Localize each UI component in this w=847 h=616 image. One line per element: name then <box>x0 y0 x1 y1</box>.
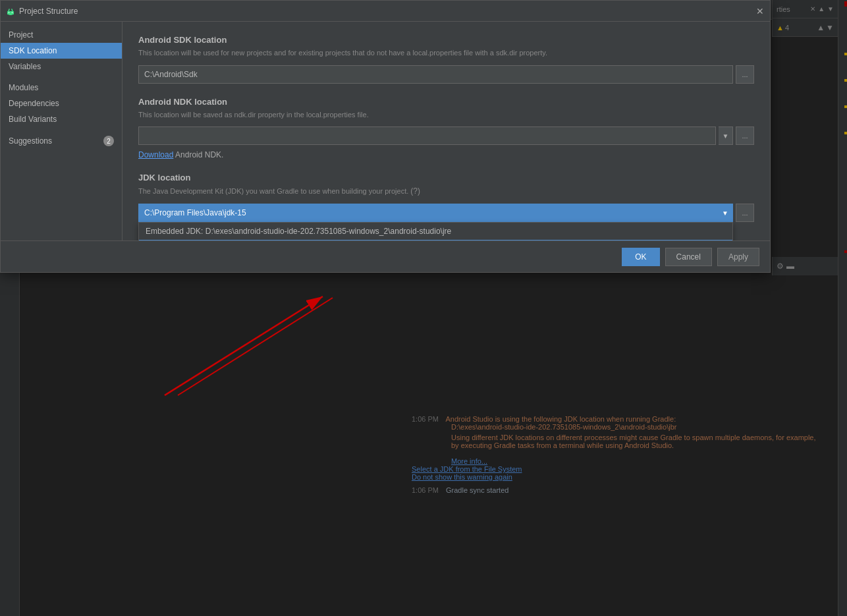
project-structure-dialog: Project Structure ✕ Project SDK Location… <box>0 0 771 273</box>
jdk-input-row: ▼ Embedded JDK: D:\exes\android-studio-i… <box>138 204 754 222</box>
help-icon[interactable]: (?) <box>410 186 420 196</box>
android-ndk-input[interactable] <box>138 126 716 145</box>
svg-point-2 <box>9 12 10 13</box>
android-ndk-input-row: ▼ ... <box>138 126 754 145</box>
android-ndk-browse-btn[interactable]: ... <box>736 126 754 145</box>
jdk-option-embedded[interactable]: Embedded JDK: D:\exes\android-studio-ide… <box>139 223 732 240</box>
android-ndk-section: Android NDK location This location will … <box>138 97 754 160</box>
android-sdk-title: Android SDK location <box>138 35 754 45</box>
android-sdk-section: Android SDK location This location will … <box>138 35 754 84</box>
sidebar-item-sdk-location[interactable]: SDK Location <box>1 43 122 59</box>
svg-line-4 <box>9 9 9 11</box>
jdk-desc: The Java Development Kit (JDK) you want … <box>138 185 754 197</box>
android-sdk-desc: This location will be used for new proje… <box>138 47 754 59</box>
dialog-footer: OK Cancel Apply <box>1 240 770 272</box>
jdk-dropdown-popup: Embedded JDK: D:\exes\android-studio-ide… <box>138 222 733 240</box>
sidebar-item-variables[interactable]: Variables <box>1 59 122 74</box>
jdk-title-row: JDK location <box>138 173 754 185</box>
android-sdk-input-row: ... <box>138 65 754 84</box>
apply-button[interactable]: Apply <box>717 248 759 266</box>
jdk-browse-btn[interactable]: ... <box>736 204 754 222</box>
jdk-input[interactable] <box>139 208 718 217</box>
jdk-input-wrapper: ▼ Embedded JDK: D:\exes\android-studio-i… <box>138 204 733 222</box>
download-ndk-after: Android NDK. <box>175 150 223 159</box>
svg-line-5 <box>12 9 13 11</box>
svg-rect-1 <box>7 11 14 14</box>
ok-button[interactable]: OK <box>622 248 659 266</box>
dialog-title: Project Structure <box>6 7 78 16</box>
sidebar-item-suggestions[interactable]: Suggestions 2 <box>1 132 122 150</box>
android-sdk-input[interactable] <box>138 65 733 84</box>
jdk-dropdown-arrow: ▼ <box>718 210 732 217</box>
sidebar-item-project[interactable]: Project <box>1 27 122 43</box>
cancel-button[interactable]: Cancel <box>665 248 712 266</box>
dialog-sidebar: Project SDK Location Variables Modules D… <box>1 22 123 240</box>
android-ndk-desc: This location will be saved as ndk.dir p… <box>138 109 754 121</box>
jdk-option-java-home[interactable]: JAVA_HOME: C:\Program Files\Java\jdk-15 <box>139 240 732 240</box>
dialog-overlay: Project Structure ✕ Project SDK Location… <box>0 0 847 616</box>
svg-point-3 <box>12 12 13 13</box>
sidebar-item-dependencies[interactable]: Dependencies <box>1 96 122 111</box>
sidebar-item-modules[interactable]: Modules <box>1 80 122 96</box>
dialog-main-content: Android SDK location This location will … <box>123 22 770 240</box>
jdk-title: JDK location <box>138 173 190 182</box>
android-icon <box>6 7 15 16</box>
jdk-section: JDK location The Java Development Kit (J… <box>138 173 754 222</box>
android-sdk-browse-btn[interactable]: ... <box>736 65 754 84</box>
dialog-close-button[interactable]: ✕ <box>755 7 765 16</box>
download-ndk-link[interactable]: Download <box>138 150 173 159</box>
dialog-title-text: Project Structure <box>19 7 78 16</box>
ndk-dropdown-btn[interactable]: ▼ <box>719 126 733 145</box>
android-ndk-title: Android NDK location <box>138 97 754 107</box>
suggestions-badge: 2 <box>103 136 114 146</box>
sidebar-item-build-variants[interactable]: Build Variants <box>1 111 122 127</box>
download-ndk-row: Download Android NDK. <box>138 150 754 159</box>
dialog-title-bar: Project Structure ✕ <box>1 1 770 22</box>
jdk-dropdown-display[interactable]: ▼ <box>138 204 733 222</box>
ndk-input-wrapper <box>138 126 716 145</box>
dialog-body: Project SDK Location Variables Modules D… <box>1 22 770 240</box>
